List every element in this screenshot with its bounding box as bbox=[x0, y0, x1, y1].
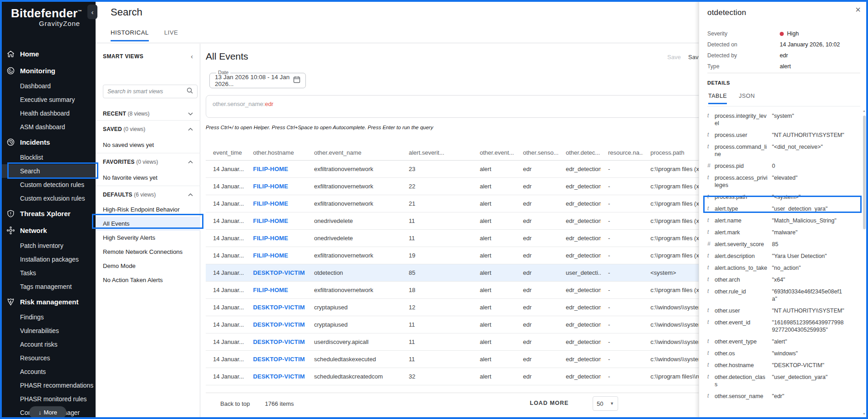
hostname-link[interactable]: DESKTOP-VICTIM bbox=[253, 356, 305, 363]
scrollbar-thumb[interactable] bbox=[863, 116, 866, 229]
sidebar-item-phasr-monitored-rules[interactable]: PHASR monitored rules bbox=[0, 392, 96, 406]
hostname-link[interactable]: FILIP-HOME bbox=[253, 287, 288, 293]
smart-view-all-events[interactable]: All Events bbox=[96, 217, 200, 231]
hostname-link[interactable]: DESKTOP-VICTIM bbox=[253, 269, 305, 276]
detail-row-alert-type: talert.type"user_detection_yara" bbox=[707, 203, 856, 215]
detail-row-other-event-type: tother.event_type"alert" bbox=[707, 336, 856, 348]
sidebar-item-accounts[interactable]: Accounts bbox=[0, 365, 96, 379]
table-row[interactable]: 14 Januar...FILIP-HOMEexfiltrationoverne… bbox=[206, 178, 711, 195]
tab-historical[interactable]: HISTORICAL bbox=[111, 29, 149, 41]
table-row[interactable]: 14 Januar...DESKTOP-VICTIMuserdiscovery.… bbox=[206, 333, 711, 351]
hostname-link[interactable]: FILIP-HOME bbox=[253, 235, 288, 242]
column-header-other-event-name[interactable]: other.event_name bbox=[307, 145, 401, 160]
value-type-icon: # bbox=[707, 241, 715, 248]
sidebar-item-installation-packages[interactable]: Installation packages bbox=[0, 252, 96, 266]
smart-view-demo-mode[interactable]: Demo Mode bbox=[96, 259, 200, 273]
sidebar-item-asm-dashboard[interactable]: ASM dashboard bbox=[0, 120, 96, 134]
smart-views-section-defaults[interactable]: DEFAULTS (6 views) bbox=[96, 186, 200, 202]
column-header-other-event[interactable]: other.event... bbox=[472, 145, 516, 160]
save-button-disabled[interactable]: Save bbox=[667, 54, 681, 61]
smart-views-section-recent[interactable]: RECENT (8 views) bbox=[96, 106, 200, 121]
column-header-resource-na[interactable]: resource.na... bbox=[601, 145, 643, 160]
hostname-link[interactable]: FILIP-HOME bbox=[253, 252, 288, 259]
sidebar-item-search[interactable]: Search bbox=[0, 164, 96, 178]
table-row[interactable]: 14 Januar...DESKTOP-VICTIMcryptapiused12… bbox=[206, 299, 711, 316]
chevron-up-icon[interactable] bbox=[188, 125, 193, 133]
back-to-top-link[interactable]: Back to top bbox=[220, 400, 250, 407]
table-row[interactable]: 14 Januar...DESKTOP-VICTIMcryptapiused11… bbox=[206, 316, 711, 333]
sidebar-item-custom-detection-rules[interactable]: Custom detection rules bbox=[0, 178, 96, 192]
hostname-link[interactable]: FILIP-HOME bbox=[253, 217, 288, 224]
query-input[interactable]: other.sensor_name:edr bbox=[206, 95, 711, 118]
hostname-link[interactable]: DESKTOP-VICTIM bbox=[253, 373, 305, 380]
chevron-up-icon[interactable] bbox=[188, 190, 193, 198]
attribute-key: other.user bbox=[715, 307, 767, 314]
sidebar-item-blocklist[interactable]: Blocklist bbox=[0, 151, 96, 164]
hostname-link[interactable]: FILIP-HOME bbox=[253, 183, 288, 190]
sidebar-item-executive-summary[interactable]: Executive summary bbox=[0, 93, 96, 106]
sidebar-item-tags-management[interactable]: Tags management bbox=[0, 280, 96, 293]
chevron-up-icon[interactable] bbox=[188, 157, 193, 166]
table-row[interactable]: 14 Januar...DESKTOP-VICTIMscheduledtaskc… bbox=[206, 368, 711, 385]
smart-view-no-action-taken-alerts[interactable]: No Action Taken Alerts bbox=[96, 273, 200, 287]
panel-collapse-icon[interactable]: ‹ bbox=[191, 52, 193, 60]
sidebar-item-phasr-recommendations[interactable]: PHASR recommendations bbox=[0, 379, 96, 392]
table-row[interactable]: 14 Januar...FILIP-HOMEexfiltrationoverne… bbox=[206, 161, 711, 178]
sidebar-item-patch-inventory[interactable]: Patch inventory bbox=[0, 239, 96, 252]
scroll-down-icon[interactable]: ▼ bbox=[863, 412, 866, 415]
tab-live[interactable]: LIVE bbox=[164, 29, 178, 41]
smart-view-remote-network-connections[interactable]: Remote Network Connections bbox=[96, 245, 200, 259]
sidebar-collapse-button[interactable]: ‹ bbox=[87, 5, 97, 19]
sidebar-item-risk-management[interactable]: Risk management bbox=[0, 293, 96, 310]
smart-views-section-saved[interactable]: SAVED (0 views) bbox=[96, 121, 200, 137]
sidebar-item-home[interactable]: Home bbox=[0, 45, 96, 62]
column-header-event-time[interactable]: event_time bbox=[206, 145, 246, 160]
sidebar-item-findings[interactable]: Findings bbox=[0, 310, 96, 324]
table-row[interactable]: 14 Januar...DESKTOP-VICTIMscheduledtaske… bbox=[206, 351, 711, 368]
sidebar-item-account-risks[interactable]: Account risks bbox=[0, 338, 96, 351]
sidebar-item-threats-xplorer[interactable]: Threats Xplorer bbox=[0, 205, 96, 222]
column-header-alert-severit[interactable]: alert.severit... bbox=[401, 145, 472, 160]
table-row[interactable]: 14 Januar...FILIP-HOMEonedrivedelete11al… bbox=[206, 230, 711, 247]
column-header-other-senso[interactable]: other.senso... bbox=[516, 145, 558, 160]
calendar-icon bbox=[293, 76, 300, 85]
column-header-other-hostname[interactable]: other.hostname bbox=[246, 145, 307, 160]
tab-json[interactable]: JSON bbox=[739, 93, 755, 104]
sidebar-item-vulnerabilities[interactable]: Vulnerabilities bbox=[0, 324, 96, 338]
smart-view-high-severity-alerts[interactable]: High Severity Alerts bbox=[96, 231, 200, 245]
sidebar: Bitdefender™ GravityZone ‹ HomeMonitorin… bbox=[0, 0, 96, 419]
smart-views-section-favorites[interactable]: FAVORITES (0 views) bbox=[96, 153, 200, 170]
chevron-down-icon[interactable] bbox=[188, 109, 193, 117]
sidebar-item-resources[interactable]: Resources bbox=[0, 351, 96, 365]
hostname-link[interactable]: DESKTOP-VICTIM bbox=[253, 304, 305, 311]
table-row[interactable]: 14 Januar...FILIP-HOMEonedrivedelete11al… bbox=[206, 212, 711, 230]
sidebar-item-monitoring[interactable]: Monitoring bbox=[0, 62, 96, 79]
attribute-key: alert.severity_score bbox=[715, 241, 767, 248]
scrollbar[interactable]: ▲ ▼ bbox=[862, 109, 867, 415]
sidebar-item-tasks[interactable]: Tasks bbox=[0, 266, 96, 280]
sidebar-item-network[interactable]: Network bbox=[0, 222, 96, 239]
tab-table[interactable]: TABLE bbox=[708, 93, 727, 104]
sidebar-item-dashboard[interactable]: Dashboard bbox=[0, 79, 96, 93]
scroll-up-icon[interactable]: ▲ bbox=[863, 109, 866, 112]
load-more-button[interactable]: LOAD MORE bbox=[530, 400, 569, 406]
hostname-link[interactable]: DESKTOP-VICTIM bbox=[253, 338, 305, 345]
smart-views-search-input[interactable]: Search in smart views bbox=[103, 85, 198, 98]
hostname-link[interactable]: FILIP-HOME bbox=[253, 200, 288, 207]
smart-view-high-risk-endpoint-behavior[interactable]: High-Risk Endpoint Behavior bbox=[96, 202, 200, 217]
date-range-field[interactable]: Date 13 Jan 2026 10:08 - 14 Jan 2026... bbox=[209, 73, 306, 88]
sidebar-item-custom-exclusion-rules[interactable]: Custom exclusion rules bbox=[0, 192, 96, 205]
close-icon[interactable]: × bbox=[855, 5, 861, 15]
hostname-link[interactable]: DESKTOP-VICTIM bbox=[253, 321, 305, 328]
cell-other-senso: edr bbox=[516, 282, 558, 298]
more-button[interactable]: ↓ More bbox=[29, 406, 66, 419]
page-size-select[interactable]: 50 ▼ bbox=[593, 396, 618, 411]
column-header-other-detec[interactable]: other.detec... bbox=[558, 145, 601, 160]
table-row[interactable]: 14 Januar...FILIP-HOMEexfiltrationoverne… bbox=[206, 282, 711, 299]
sidebar-item-health-dashboard[interactable]: Health dashboard bbox=[0, 106, 96, 120]
table-row[interactable]: 14 Januar...FILIP-HOMEexfiltrationoverne… bbox=[206, 195, 711, 212]
table-row[interactable]: 14 Januar...FILIP-HOMEexfiltrationoverne… bbox=[206, 247, 711, 264]
table-row[interactable]: 14 Januar...DESKTOP-VICTIMotdetection85a… bbox=[206, 264, 711, 282]
sidebar-item-incidents[interactable]: Incidents bbox=[0, 134, 96, 151]
hostname-link[interactable]: FILIP-HOME bbox=[253, 166, 288, 172]
